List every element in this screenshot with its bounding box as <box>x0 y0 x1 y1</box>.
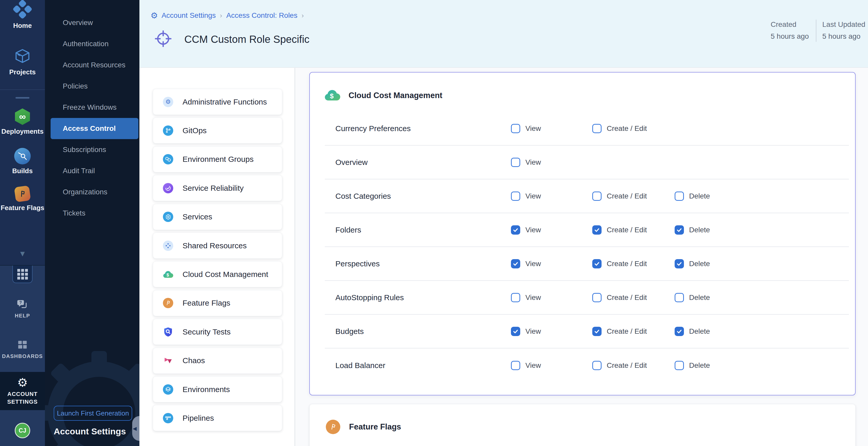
permission-checkbox-view[interactable]: View <box>511 158 541 167</box>
permission-checkbox-view[interactable]: View <box>511 327 541 336</box>
permission-checkbox-view[interactable]: View <box>511 124 541 133</box>
resource-category-feature-flags[interactable]: Feature Flags <box>153 290 282 316</box>
checkbox-unchecked-icon[interactable] <box>675 293 684 302</box>
permission-label: View <box>525 260 541 268</box>
checkbox-unchecked-icon[interactable] <box>592 124 601 133</box>
permission-checkbox-delete[interactable]: Delete <box>675 192 710 201</box>
permission-label: View <box>525 293 541 302</box>
permission-checkbox-delete[interactable]: Delete <box>675 259 710 268</box>
module-item-deployments[interactable]: ∞Deployments <box>0 108 45 135</box>
permission-checkbox-delete[interactable]: Delete <box>675 293 710 302</box>
permission-checkbox-create-edit[interactable]: Create / Edit <box>592 361 647 370</box>
permission-checkbox-view[interactable]: View <box>511 293 541 302</box>
checkbox-checked-icon[interactable] <box>511 327 520 336</box>
permission-resource-name: Overview <box>335 158 368 167</box>
resource-category-cloud-cost-management[interactable]: $Cloud Cost Management <box>153 261 282 287</box>
checkbox-checked-icon[interactable] <box>511 225 520 234</box>
permission-checkbox-delete[interactable]: Delete <box>675 361 710 370</box>
sidebar-item-authentication[interactable]: Authentication <box>45 33 140 55</box>
module-item-builds[interactable]: Builds <box>0 148 45 175</box>
checkbox-unchecked-icon[interactable] <box>592 361 601 370</box>
sidebar-item-organizations[interactable]: Organizations <box>45 182 140 202</box>
resource-category-label: GitOps <box>183 126 207 135</box>
help-button[interactable]: ? HELP <box>0 299 45 319</box>
resource-category-label: Pipelines <box>183 414 214 422</box>
permission-checkbox-delete[interactable]: Delete <box>675 327 710 336</box>
checkbox-checked-icon[interactable] <box>592 225 601 234</box>
resource-category-environments[interactable]: Environments <box>153 376 282 403</box>
permission-resource-name: Cost Categories <box>335 192 391 200</box>
checkbox-unchecked-icon[interactable] <box>675 361 684 370</box>
panel-divider <box>294 68 295 446</box>
checkbox-checked-icon[interactable] <box>675 327 684 336</box>
resource-category-security-tests[interactable]: Security Tests <box>153 319 282 345</box>
cube-icon <box>14 47 31 66</box>
sidebar-item-policies[interactable]: Policies <box>45 75 140 97</box>
permission-checkbox-create-edit[interactable]: Create / Edit <box>592 327 647 336</box>
checkbox-unchecked-icon[interactable] <box>511 124 520 133</box>
resource-category-pipelines[interactable]: Pipelines <box>153 405 282 431</box>
permission-checkbox-view[interactable]: View <box>511 192 541 201</box>
module-item-home[interactable]: Home <box>0 3 45 30</box>
permission-checkbox-delete[interactable]: Delete <box>675 225 710 234</box>
resource-category-services[interactable]: Services <box>153 204 282 230</box>
checkbox-unchecked-icon[interactable] <box>592 293 601 302</box>
sidebar-item-tickets[interactable]: Tickets <box>45 202 140 224</box>
checkbox-checked-icon[interactable] <box>592 327 601 336</box>
dashboards-grid-icon <box>17 340 28 351</box>
resource-category-label: Chaos <box>183 356 205 365</box>
permission-label: Create / Edit <box>607 124 647 133</box>
resource-category-label: Feature Flags <box>183 298 230 308</box>
sidebar-item-audit-trail[interactable]: Audit Trail <box>45 160 140 182</box>
permission-row-autostopping-rules: AutoStopping RulesViewCreate / EditDelet… <box>325 281 849 315</box>
checkbox-checked-icon[interactable] <box>675 259 684 268</box>
user-avatar[interactable]: CJ <box>15 423 30 438</box>
permission-label: Create / Edit <box>607 192 647 200</box>
permission-checkbox-create-edit[interactable]: Create / Edit <box>592 192 647 201</box>
resource-category-shared-resources[interactable]: Shared Resources <box>153 232 282 259</box>
sidebar-collapse-button[interactable]: ◀ <box>132 416 140 441</box>
checkbox-unchecked-icon[interactable] <box>511 361 520 370</box>
resource-category-environment-groups[interactable]: Environment Groups <box>153 146 282 172</box>
checkbox-unchecked-icon[interactable] <box>675 192 684 201</box>
checkbox-checked-icon[interactable] <box>675 225 684 234</box>
checkbox-unchecked-icon[interactable] <box>511 192 520 201</box>
launch-first-generation-button[interactable]: Launch First Generation <box>54 406 132 421</box>
checkbox-unchecked-icon[interactable] <box>511 293 520 302</box>
chevron-down-icon[interactable]: ▼ <box>0 249 45 258</box>
permission-checkbox-create-edit[interactable]: Create / Edit <box>592 225 647 234</box>
resource-category-label: Cloud Cost Management <box>183 270 268 279</box>
resource-category-panel: ⚙Administrative FunctionsGitOpsEnvironme… <box>140 68 294 446</box>
checkbox-unchecked-icon[interactable] <box>592 192 601 201</box>
module-item-feature-flags[interactable]: Feature Flags <box>0 186 45 212</box>
permission-label: View <box>525 124 541 133</box>
settings-panel-title: Account Settings <box>54 426 126 437</box>
resource-category-gitops[interactable]: GitOps <box>153 118 282 144</box>
module-grid-button[interactable] <box>12 265 33 283</box>
sidebar-item-overview[interactable]: Overview <box>45 12 140 33</box>
checkbox-unchecked-icon[interactable] <box>511 158 520 167</box>
resource-category-label: Environment Groups <box>183 155 253 164</box>
breadcrumb-link-2[interactable]: Access Control: Roles <box>226 11 297 20</box>
permission-checkbox-create-edit[interactable]: Create / Edit <box>592 124 647 133</box>
sidebar-item-subscriptions[interactable]: Subscriptions <box>45 139 140 160</box>
resource-category-service-reliability[interactable]: Service Reliability <box>153 175 282 201</box>
permission-label: Create / Edit <box>607 361 647 370</box>
sidebar-item-freeze-windows[interactable]: Freeze Windows <box>45 97 140 118</box>
permission-checkbox-create-edit[interactable]: Create / Edit <box>592 293 647 302</box>
breadcrumb-link-1[interactable]: Account Settings <box>162 11 216 20</box>
permission-checkbox-view[interactable]: View <box>511 225 541 234</box>
permission-checkbox-create-edit[interactable]: Create / Edit <box>592 259 647 268</box>
dashboards-button[interactable]: DASHBOARDS <box>0 340 45 359</box>
resource-category-chaos[interactable]: Chaos <box>153 348 282 374</box>
resource-category-administrative-functions[interactable]: ⚙Administrative Functions <box>153 89 282 115</box>
permission-checkbox-view[interactable]: View <box>511 361 541 370</box>
created-meta: Created 5 hours ago <box>771 19 809 42</box>
account-settings-nav-item[interactable]: ⚙ ACCOUNT SETTINGS <box>0 372 45 410</box>
checkbox-checked-icon[interactable] <box>592 259 601 268</box>
sidebar-item-account-resources[interactable]: Account Resources <box>45 55 140 75</box>
module-item-projects[interactable]: Projects <box>0 47 45 76</box>
checkbox-checked-icon[interactable] <box>511 259 520 268</box>
sidebar-item-access-control[interactable]: Access Control <box>51 118 138 139</box>
permission-checkbox-view[interactable]: View <box>511 259 541 268</box>
